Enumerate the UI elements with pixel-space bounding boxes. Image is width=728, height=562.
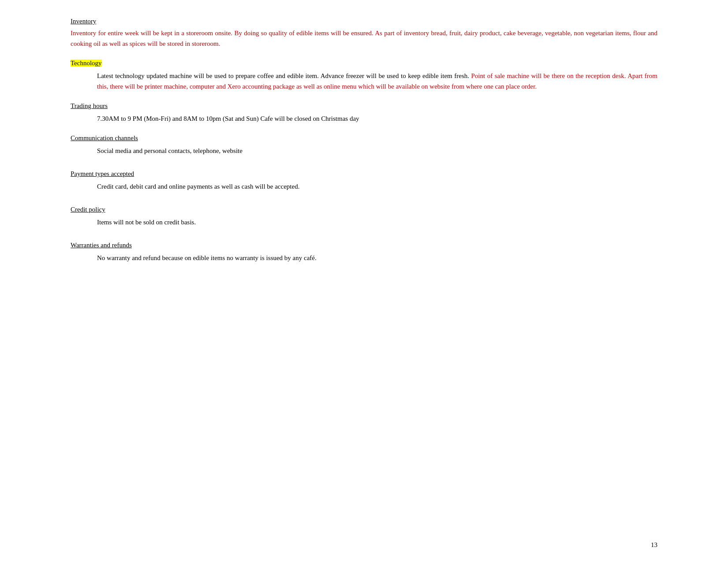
page-container: Inventory Inventory for entire week will… xyxy=(0,0,728,562)
technology-body: Latest technology updated machine will b… xyxy=(71,71,657,92)
credit-policy-heading: Credit policy xyxy=(71,206,657,213)
inventory-heading-text: Inventory xyxy=(71,18,96,25)
inventory-body: Inventory for entire week will be kept i… xyxy=(71,28,657,49)
warranties-refunds-heading: Warranties and refunds xyxy=(71,242,657,249)
communication-channels-section: Communication channels Social media and … xyxy=(71,134,657,156)
trading-hours-section: Trading hours 7.30AM to 9 PM (Mon-Fri) a… xyxy=(71,102,657,124)
inventory-section: Inventory Inventory for entire week will… xyxy=(71,18,657,49)
technology-section: Technology Latest technology updated mac… xyxy=(71,60,657,92)
warranties-refunds-body: No warranty and refund because on edible… xyxy=(97,253,657,263)
payment-types-heading: Payment types accepted xyxy=(71,170,657,178)
technology-body-black: Latest technology updated machine will b… xyxy=(97,72,469,79)
trading-hours-body: 7.30AM to 9 PM (Mon-Fri) and 8AM to 10pm… xyxy=(97,113,657,124)
credit-policy-section: Credit policy Items will not be sold on … xyxy=(71,206,657,227)
payment-types-section: Payment types accepted Credit card, debi… xyxy=(71,170,657,192)
payment-types-body: Credit card, debit card and online payme… xyxy=(97,181,657,192)
page-number: 13 xyxy=(651,541,657,549)
technology-heading-text: Technology xyxy=(71,60,102,67)
communication-channels-heading: Communication channels xyxy=(71,134,657,142)
warranties-refunds-section: Warranties and refunds No warranty and r… xyxy=(71,242,657,263)
inventory-heading: Inventory xyxy=(71,18,657,25)
communication-channels-body: Social media and personal contacts, tele… xyxy=(97,145,657,156)
inventory-body-text: Inventory for entire week will be kept i… xyxy=(71,30,657,47)
technology-heading: Technology xyxy=(71,60,657,67)
trading-hours-heading: Trading hours xyxy=(71,102,657,110)
credit-policy-body: Items will not be sold on credit basis. xyxy=(97,217,657,227)
